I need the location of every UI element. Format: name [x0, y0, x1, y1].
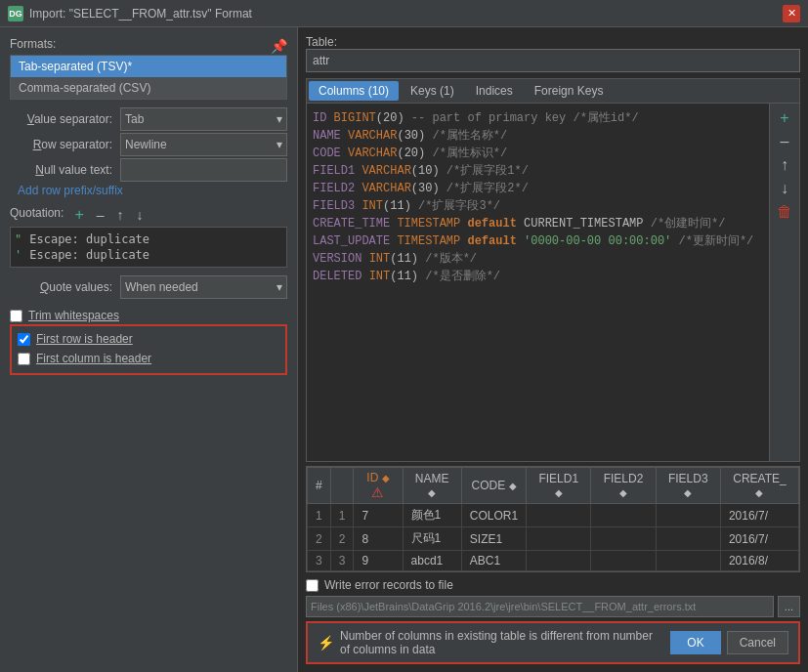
quote-values-label: Quote values: [10, 280, 112, 294]
add-column-btn[interactable]: + [775, 107, 793, 129]
right-panel: Table: Columns (10) Keys (1) Indices For… [298, 27, 808, 672]
error-file-row: ... [306, 596, 800, 617]
preview-col-field2: FIELD2 ◆ [591, 468, 656, 504]
add-prefix-link[interactable]: Add row prefix/suffix [18, 184, 123, 197]
remove-quotation-btn[interactable]: – [92, 205, 109, 225]
value-separator-select[interactable]: Tab ▾ [120, 107, 287, 131]
tab-columns[interactable]: Columns (10) [309, 81, 399, 101]
value-separator-label: Value separator: [10, 112, 112, 126]
preview-col-hash: # [308, 468, 331, 504]
quot-row-1: " Escape: duplicate [15, 231, 282, 247]
trim-whitespaces-checkbox[interactable] [10, 310, 22, 322]
row-separator-label: Row separator: [10, 138, 112, 151]
table-row: 3 3 9 abcd1 ABC1 2016/8/ [308, 551, 799, 571]
preview-col-name: NAME ◆ [403, 468, 461, 504]
move-down-btn[interactable]: ↓ [776, 178, 793, 199]
dialog-title: Import: "SELECT__FROM_attr.tsv" Format [29, 7, 252, 21]
first-row-header-label[interactable]: First row is header [36, 332, 133, 346]
action-buttons: OK Cancel [670, 631, 788, 654]
quote-values-select[interactable]: When needed ▾ [120, 275, 287, 299]
ok-button[interactable]: OK [670, 631, 720, 654]
warning-bar: ⚡ Number of columns in existing table is… [306, 621, 800, 664]
error-file-input[interactable] [306, 596, 774, 617]
cancel-button[interactable]: Cancel [727, 631, 788, 654]
side-buttons: + – ↑ ↓ 🗑 [770, 103, 800, 462]
row-separator-select[interactable]: Newline ▾ [120, 133, 287, 156]
add-quotation-btn[interactable]: + [69, 205, 88, 225]
close-button[interactable]: ✕ [783, 5, 800, 22]
quotation-table: " Escape: duplicate ' Escape: duplicate [10, 227, 287, 268]
bottom-section: Write error records to file ... ⚡ Number… [306, 578, 800, 664]
warning-icon: ⚠ [371, 484, 384, 500]
sql-editor[interactable]: ID BIGINT(20) -- part of primary key /*属… [306, 103, 770, 462]
warning-text: Number of columns in existing table is d… [340, 629, 662, 656]
preview-col-id: ID ◆ ⚠ [354, 468, 403, 504]
tabs-bar: Columns (10) Keys (1) Indices Foreign Ke… [306, 78, 800, 103]
tab-keys[interactable]: Keys (1) [401, 81, 464, 101]
first-col-header-label[interactable]: First column is header [36, 352, 151, 365]
tab-indices[interactable]: Indices [466, 81, 523, 101]
quot-row-2: ' Escape: duplicate [15, 247, 282, 263]
app-icon: DG [8, 6, 23, 21]
table-name-input[interactable] [306, 49, 800, 72]
write-error-checkbox[interactable] [306, 579, 319, 592]
preview-table-container: # ID ◆ ⚠ NAME ◆ CODE ◆ FIELD1 ◆ FIELD2 ◆… [306, 466, 800, 572]
move-up-btn[interactable]: ↑ [776, 154, 793, 176]
format-csv[interactable]: Comma-separated (CSV) [11, 77, 286, 99]
quotation-label: Quotation: [10, 206, 64, 220]
tab-foreign-keys[interactable]: Foreign Keys [525, 81, 614, 101]
browse-button[interactable]: ... [778, 596, 800, 617]
preview-col-create: CREATE_ ◆ [720, 468, 798, 504]
table-label: Table: [306, 35, 337, 49]
delete-btn[interactable]: 🗑 [772, 201, 797, 223]
first-row-header-checkbox[interactable] [18, 333, 30, 346]
pin-icon: 📌 [271, 38, 287, 54]
header-section: First row is header First column is head… [10, 324, 287, 375]
preview-col-field1: FIELD1 ◆ [527, 468, 591, 504]
first-col-header-checkbox[interactable] [18, 353, 30, 365]
table-row: 2 2 8 尺码1 SIZE1 2016/7/ [308, 527, 799, 551]
lightning-icon: ⚡ [318, 635, 334, 651]
move-down-quotation-btn[interactable]: ↓ [132, 205, 149, 225]
left-panel: Formats: 📌 Tab-separated (TSV)* Comma-se… [0, 27, 298, 672]
preview-col-row [330, 468, 354, 504]
warning-message: ⚡ Number of columns in existing table is… [318, 629, 662, 656]
table-row: 1 1 7 颜色1 COLOR1 2016/7/ [308, 504, 799, 527]
formats-list: Tab-separated (TSV)* Comma-separated (CS… [10, 55, 287, 100]
move-up-quotation-btn[interactable]: ↑ [112, 205, 129, 225]
remove-column-btn[interactable]: – [776, 131, 794, 152]
title-bar: DG Import: "SELECT__FROM_attr.tsv" Forma… [0, 0, 808, 27]
null-value-input[interactable] [120, 158, 287, 182]
null-value-label: Null value text: [10, 163, 112, 177]
write-error-label[interactable]: Write error records to file [324, 578, 453, 592]
format-tsv[interactable]: Tab-separated (TSV)* [11, 56, 286, 77]
preview-table: # ID ◆ ⚠ NAME ◆ CODE ◆ FIELD1 ◆ FIELD2 ◆… [307, 467, 799, 571]
formats-label: Formats: [10, 37, 56, 51]
preview-col-code: CODE ◆ [461, 468, 526, 504]
trim-whitespaces-label[interactable]: Trim whitespaces [28, 309, 119, 322]
preview-col-field3: FIELD3 ◆ [656, 468, 720, 504]
